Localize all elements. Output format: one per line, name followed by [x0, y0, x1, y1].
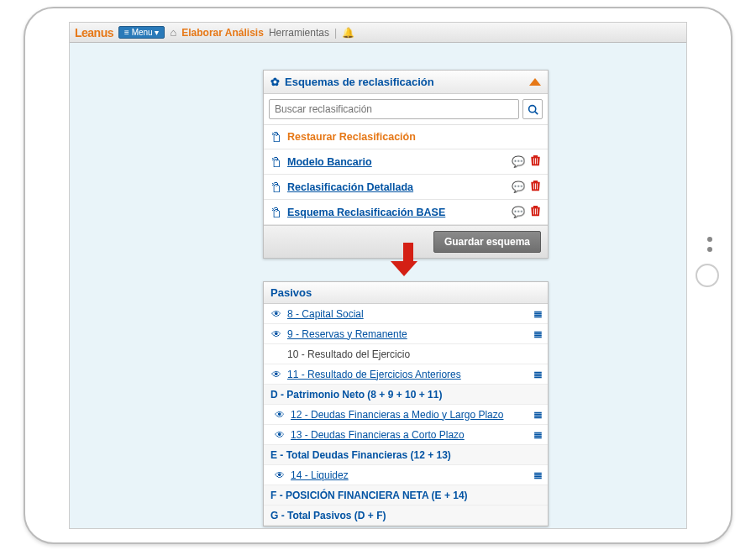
account-row: 👁 11 - Resultado de Ejercicios Anteriore…: [264, 364, 548, 385]
list-icon[interactable]: ≣: [533, 307, 541, 320]
tag-icon: 🏷: [270, 181, 283, 193]
svg-rect-4: [537, 158, 538, 164]
eye-icon[interactable]: 👁: [274, 409, 286, 421]
account-link[interactable]: 12 - Deudas Financieras a Medio y Largo …: [291, 409, 528, 421]
list-icon[interactable]: ≣: [533, 469, 541, 481]
tablet-frame: Leanus ≡ Menu ▾ ⌂ Elaborar Análisis Herr…: [24, 7, 732, 544]
home-icon[interactable]: ⌂: [170, 26, 176, 39]
account-row: 10 - Resultado del Ejercicio: [264, 344, 548, 364]
subtotal-label: F - POSICIÓN FINANCIERA NETA (E + 14): [270, 490, 541, 501]
svg-rect-7: [537, 183, 538, 189]
trash-icon[interactable]: [530, 155, 541, 169]
account-row: 👁 9 - Reservas y Remanente ≣: [264, 324, 548, 344]
nav-herramientas[interactable]: Herramientas: [269, 27, 329, 39]
scheme-restore-label: Restaurar Reclasificación: [287, 131, 541, 143]
svg-rect-10: [537, 208, 538, 214]
comment-icon[interactable]: 💬: [512, 206, 525, 218]
nav-elaborar-analisis[interactable]: Elaborar Análisis: [181, 27, 264, 39]
comment-icon[interactable]: 💬: [512, 181, 525, 193]
trash-icon[interactable]: [530, 205, 541, 219]
topbar: Leanus ≡ Menu ▾ ⌂ Elaborar Análisis Herr…: [70, 23, 686, 43]
svg-line-1: [534, 111, 537, 113]
subtotal-row: E - Total Deudas Financieras (12 + 13): [264, 445, 548, 465]
search-input[interactable]: [269, 99, 519, 119]
tag-icon: 🏷: [270, 156, 283, 168]
account-link[interactable]: 9 - Reservas y Remanente: [287, 328, 528, 340]
pasivos-panel: Pasivos 👁 8 - Capital Social ≣ 👁 9 - Res…: [263, 281, 549, 526]
bell-icon[interactable]: 🔔: [342, 27, 354, 39]
tablet-camera-dots: [707, 237, 712, 252]
pasivos-panel-title: Pasivos: [264, 282, 548, 304]
trash-icon[interactable]: [530, 180, 541, 194]
subtotal-row: D - Patrimonio Neto (8 + 9 + 10 + 11): [264, 385, 548, 405]
svg-rect-9: [535, 208, 536, 214]
list-icon[interactable]: ≣: [533, 408, 541, 421]
scheme-link[interactable]: Esquema Reclasificación BASE: [287, 207, 507, 218]
comment-icon[interactable]: 💬: [512, 155, 525, 168]
eye-icon[interactable]: 👁: [274, 469, 286, 481]
scheme-link[interactable]: Modelo Bancario: [287, 156, 507, 168]
account-row: 👁 8 - Capital Social ≣: [264, 304, 548, 324]
list-icon[interactable]: ≣: [533, 368, 541, 380]
account-link[interactable]: 14 - Liquidez: [291, 469, 528, 481]
tag-icon: 🏷: [270, 131, 283, 143]
eye-icon[interactable]: 👁: [270, 369, 282, 380]
scheme-row: 🏷 Esquema Reclasificación BASE 💬: [264, 200, 548, 225]
account-row: 👁 12 - Deudas Financieras a Medio y Larg…: [264, 405, 548, 425]
account-link[interactable]: 8 - Capital Social: [287, 308, 528, 320]
svg-rect-2: [533, 158, 534, 164]
account-link[interactable]: 11 - Resultado de Ejercicios Anteriores: [287, 369, 528, 380]
svg-rect-5: [533, 183, 534, 189]
arrow-down-icon: [399, 243, 417, 276]
svg-rect-8: [533, 208, 534, 214]
subtotal-label: G - Total Pasivos (D + F): [270, 510, 541, 521]
subtotal-label: D - Patrimonio Neto (8 + 9 + 10 + 11): [270, 389, 541, 401]
tag-icon: 🏷: [270, 207, 283, 218]
schemes-panel: ✿ Esquemas de reclasificación 🏷 Restaura…: [263, 70, 549, 259]
schemes-panel-header[interactable]: ✿ Esquemas de reclasificación: [264, 71, 548, 94]
eye-icon[interactable]: 👁: [274, 429, 286, 441]
eye-icon[interactable]: 👁: [270, 308, 282, 320]
eye-icon[interactable]: 👁: [270, 328, 282, 340]
menu-button[interactable]: ≡ Menu ▾: [118, 26, 165, 39]
account-label: 10 - Resultado del Ejercicio: [270, 348, 541, 360]
app-screen: Leanus ≡ Menu ▾ ⌂ Elaborar Análisis Herr…: [69, 22, 687, 529]
svg-rect-6: [535, 183, 536, 189]
scheme-link[interactable]: Reclasificación Detallada: [287, 181, 507, 193]
list-icon[interactable]: ≣: [533, 327, 541, 340]
save-scheme-button[interactable]: Guardar esquema: [433, 231, 541, 253]
tablet-home-button[interactable]: [696, 264, 719, 287]
schemes-search-row: [264, 94, 548, 125]
scheme-row: 🏷 Reclasificación Detallada 💬: [264, 175, 548, 200]
svg-point-0: [528, 105, 535, 112]
account-row: 👁 13 - Deudas Financieras a Corto Plazo …: [264, 425, 548, 445]
schemes-panel-title: Esquemas de reclasificación: [285, 76, 434, 88]
subtotal-row: G - Total Pasivos (D + F): [264, 505, 548, 526]
scheme-row: 🏷 Modelo Bancario 💬: [264, 149, 548, 175]
logo: Leanus: [75, 26, 113, 39]
chevron-up-icon[interactable]: [529, 78, 541, 86]
list-icon[interactable]: ≣: [533, 428, 541, 441]
scheme-restore-row[interactable]: 🏷 Restaurar Reclasificación: [264, 125, 548, 149]
svg-rect-3: [535, 158, 536, 164]
account-row: 👁 14 - Liquidez ≣: [264, 465, 548, 485]
gear-icon: ✿: [270, 76, 280, 88]
search-button[interactable]: [522, 99, 543, 119]
subtotal-label: E - Total Deudas Financieras (12 + 13): [270, 449, 541, 461]
subtotal-row: F - POSICIÓN FINANCIERA NETA (E + 14): [264, 485, 548, 505]
nav-separator: |: [334, 27, 337, 39]
account-link[interactable]: 13 - Deudas Financieras a Corto Plazo: [291, 429, 528, 441]
